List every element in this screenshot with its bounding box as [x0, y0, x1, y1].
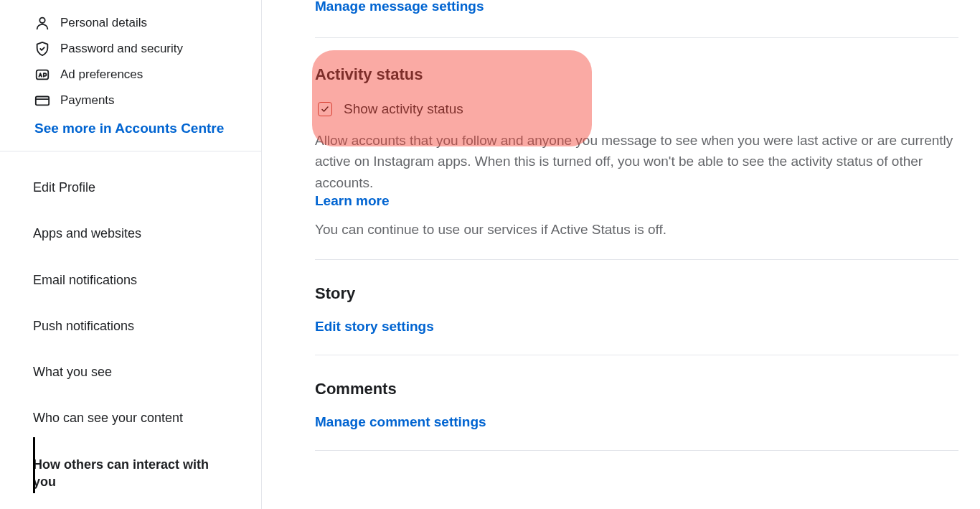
main-content: Manage message settings Activity status … [262, 0, 980, 509]
card-icon [34, 93, 50, 108]
sidebar-item-label: Password and security [60, 42, 183, 56]
divider [315, 450, 958, 451]
sidebar-item-label: Ad preferences [60, 67, 143, 82]
section-title-story: Story [315, 284, 958, 303]
sidebar-item-personal-details[interactable]: Personal details [34, 10, 248, 36]
activity-status-footer: You can continue to use our services if … [315, 222, 958, 238]
svg-rect-2 [36, 97, 49, 106]
show-activity-status-toggle[interactable]: Show activity status [315, 101, 958, 117]
checkbox-checked-icon [318, 102, 332, 116]
sidebar-item-edit-profile[interactable]: Edit Profile [33, 164, 234, 210]
sidebar-item-password-security[interactable]: Password and security [34, 36, 248, 62]
activity-status-section: Activity status Show activity status All… [315, 38, 958, 259]
sidebar-nav: Edit Profile Apps and websites Email not… [0, 151, 261, 505]
sidebar-item-how-others-interact[interactable]: How others can interact with you [33, 442, 234, 505]
sidebar-item-push-notifications[interactable]: Push notifications [33, 303, 234, 349]
section-title-activity-status: Activity status [315, 65, 958, 84]
sidebar-item-what-you-see[interactable]: What you see [33, 349, 234, 395]
comments-section: Comments Manage comment settings [315, 355, 958, 450]
active-indicator [33, 437, 35, 493]
learn-more-link[interactable]: Learn more [315, 193, 389, 209]
svg-point-0 [39, 18, 44, 23]
sidebar-item-who-can-see[interactable]: Who can see your content [33, 395, 234, 441]
section-title-comments: Comments [315, 380, 958, 398]
sidebar-item-email-notifications[interactable]: Email notifications [33, 257, 234, 303]
story-section: Story Edit story settings [315, 260, 958, 355]
sidebar-item-ad-preferences[interactable]: Ad preferences [34, 62, 248, 88]
sidebar-item-label: Payments [60, 93, 115, 108]
ad-icon [34, 67, 50, 83]
sidebar-item-apps-websites[interactable]: Apps and websites [33, 210, 234, 256]
sidebar-item-label: Personal details [60, 16, 147, 30]
checkbox-label: Show activity status [344, 101, 463, 117]
activity-status-description: Allow accounts that you follow and anyon… [315, 130, 958, 193]
sidebar-item-payments[interactable]: Payments [34, 88, 248, 113]
user-icon [34, 15, 50, 31]
edit-story-settings-link[interactable]: Edit story settings [315, 319, 434, 335]
shield-icon [34, 41, 50, 57]
see-more-accounts-centre-link[interactable]: See more in Accounts Centre [34, 113, 248, 136]
manage-comment-settings-link[interactable]: Manage comment settings [315, 414, 486, 430]
manage-message-settings-link[interactable]: Manage message settings [315, 0, 484, 14]
settings-sidebar: Personal details Password and security A… [0, 0, 262, 509]
